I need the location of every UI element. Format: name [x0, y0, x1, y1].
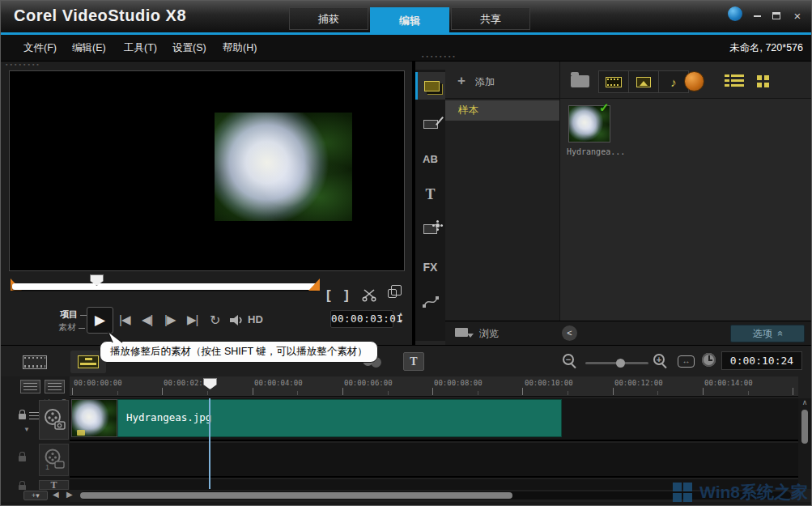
tab-share[interactable]: 共享 [451, 7, 530, 30]
scroll-up-icon[interactable]: ∧ [798, 398, 811, 406]
folder-icon[interactable] [571, 75, 589, 87]
tab-edit[interactable]: 编辑 [370, 7, 449, 35]
scroll-right-icon[interactable]: ▶ [66, 490, 73, 499]
add-track-button[interactable]: +▾ [23, 491, 48, 500]
media-gallery: ✓ Hydrangea... [560, 99, 812, 321]
instant-project-icon [423, 120, 438, 129]
video-track[interactable]: Hydrangeas.jpg [70, 398, 798, 441]
thumbnail-view-button[interactable] [757, 75, 769, 87]
folder-item-samples[interactable]: 样本 [445, 100, 559, 121]
spinner-down-icon[interactable]: ▼ [396, 317, 406, 325]
options-button[interactable]: 选项» [730, 325, 805, 342]
ruler-label: 00:00:14:00 [704, 379, 753, 387]
mode-clip-label[interactable]: 素材 [58, 321, 85, 334]
ruler-ticks [70, 388, 798, 395]
collapse-panel-button[interactable]: < [562, 325, 577, 341]
rail-instant-project-button[interactable] [415, 110, 445, 138]
menu-help[interactable]: 帮助(H) [223, 35, 257, 62]
storyboard-view-button[interactable] [17, 351, 53, 373]
hd-toggle[interactable]: HD [248, 313, 263, 325]
browse-icon [455, 328, 468, 337]
music-note-icon: ♪ [670, 75, 677, 89]
jump-start-button[interactable]: |◀ [119, 313, 130, 327]
in-use-check-icon: ✓ [599, 100, 610, 115]
minimize-button[interactable] [750, 9, 764, 21]
show-video-button[interactable] [599, 71, 629, 92]
menu-file[interactable]: 文件(F) [23, 35, 57, 62]
timeline-zoom-slider[interactable] [585, 362, 648, 364]
overlay-track[interactable] [70, 443, 798, 478]
overlay-track-lock[interactable] [19, 451, 40, 464]
video-track-button[interactable] [39, 400, 69, 440]
preview-panel-handle[interactable]: ▪▪▪▪▪▪▪▪ [6, 62, 41, 67]
scrubber-bar[interactable] [12, 283, 318, 290]
rail-media-button[interactable] [415, 72, 445, 100]
zoom-in-button[interactable]: + [653, 354, 665, 365]
preview-timecode[interactable]: 00:00:03:01 [330, 310, 393, 328]
ruler-label: 00:00:04:00 [254, 379, 303, 387]
previous-frame-button[interactable]: ◀| [142, 313, 152, 327]
mark-out-button[interactable]: ] [344, 287, 349, 304]
track-manager-icon[interactable] [20, 380, 40, 393]
next-frame-button[interactable]: |▶ [164, 313, 175, 327]
tab-capture[interactable]: 捕获 [289, 7, 368, 30]
title-track-lock[interactable] [19, 480, 40, 490]
smart-proxy-icon[interactable] [684, 71, 704, 91]
timeline-vertical-scrollbar[interactable]: ∧ [798, 398, 811, 489]
overlay-track-button[interactable]: 1 [39, 444, 69, 476]
ruler-label: 00:00:10:00 [525, 379, 573, 387]
mark-in-button[interactable]: [ [326, 287, 331, 304]
clip-thumbnail[interactable] [71, 399, 117, 437]
menu-edit[interactable]: 编辑(E) [72, 35, 106, 62]
timeline-icon [78, 355, 99, 368]
volume-button[interactable] [229, 314, 245, 330]
jump-end-button[interactable]: ▶| [187, 313, 198, 327]
scroll-left-icon[interactable]: ◀ [53, 490, 59, 499]
transition-icon: AB [423, 153, 438, 165]
fit-project-button[interactable]: ↔ [678, 355, 695, 368]
trim-end-handle[interactable] [308, 279, 320, 291]
rail-transition-button[interactable]: AB [415, 145, 445, 172]
video-track-dropdown-icon[interactable]: ▼ [23, 426, 30, 433]
spinner-up-icon[interactable]: ▲ [396, 310, 406, 317]
timeline-clip[interactable]: Hydrangeas.jpg [117, 399, 562, 437]
watermark: Win8系统之家 [673, 480, 808, 504]
title-icon: T [425, 186, 435, 203]
vertical-scroll-thumb[interactable] [801, 410, 808, 444]
timeline-ruler[interactable]: 00:00:00:00 00:00:02:00 00:00:04:00 00:0… [70, 376, 798, 397]
title-track-button[interactable]: T [39, 480, 69, 490]
split-clip-button[interactable] [362, 288, 377, 305]
library-panel-handle[interactable]: ▪▪▪▪▪▪▪▪ [422, 53, 457, 59]
browse-button[interactable]: 浏览 [479, 327, 499, 341]
ripple-editing-icon[interactable] [45, 380, 65, 393]
rail-motion-path-button[interactable] [415, 288, 445, 316]
close-button[interactable]: × [790, 9, 805, 23]
playhead-line[interactable] [209, 398, 210, 489]
help-globe-icon[interactable] [728, 6, 742, 21]
motion-path-icon [422, 295, 440, 309]
maximize-button[interactable] [769, 9, 784, 21]
repeat-button[interactable]: ↻ [210, 313, 220, 328]
video-track-ride-button[interactable] [19, 409, 40, 422]
rail-title-button[interactable]: T [415, 181, 445, 208]
enlarge-preview-button[interactable] [388, 289, 397, 298]
show-photo-button[interactable] [629, 71, 659, 92]
add-label[interactable]: 添加 [475, 75, 495, 89]
rail-filter-button[interactable]: FX [415, 253, 445, 281]
add-icon[interactable]: + [457, 73, 466, 89]
timecode-spinner[interactable]: ▲ ▼ [396, 310, 406, 328]
lock-icon [19, 456, 26, 461]
clock-icon[interactable] [702, 353, 716, 367]
menu-settings[interactable]: 设置(S) [172, 35, 206, 62]
subtitle-editor-button[interactable]: T [403, 352, 424, 371]
mode-project-label[interactable]: 项目 [60, 308, 87, 321]
list-view-button[interactable] [725, 74, 744, 87]
rail-graphic-button[interactable] [415, 215, 445, 243]
horizontal-scroll-thumb[interactable] [80, 492, 512, 499]
zoom-slider-thumb[interactable] [616, 359, 625, 368]
menu-tools[interactable]: 工具(T) [124, 35, 157, 62]
zoom-out-button[interactable]: − [563, 354, 574, 365]
project-duration[interactable]: 0:00:10:24 [721, 351, 802, 370]
ruler-label: 00:00:12:00 [614, 379, 663, 387]
project-info: 未命名, 720*576 [729, 35, 803, 62]
